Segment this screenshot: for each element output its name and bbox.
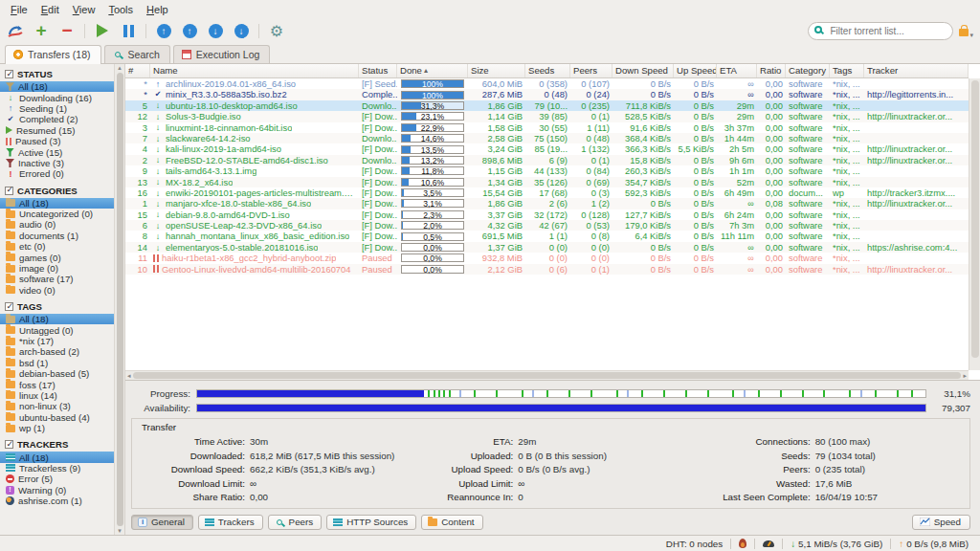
bottom-tab-trackers[interactable]: Trackers [198, 515, 263, 530]
sidebar-item-all-18[interactable]: All (18) [0, 452, 114, 462]
scroll-up-icon[interactable]: ▴ [118, 64, 122, 72]
table-row[interactable]: 10Gentoo-Linux-livedvd-amd64-multilib-20… [125, 264, 969, 275]
column-header-name[interactable]: Name [150, 64, 359, 77]
delete-torrent-button[interactable] [58, 22, 76, 39]
sidebar-item-ubuntu-based-4[interactable]: ubuntu-based (4) [0, 412, 114, 423]
checkbox-icon[interactable] [5, 440, 13, 449]
sidebar-scrollbar[interactable]: ▴ ▾ [114, 64, 124, 535]
sidebar-item-warning-0[interactable]: Warning (0) [0, 485, 114, 496]
table-row[interactable]: 8hannah_montana_linux_x86_basic_edition.… [125, 231, 969, 241]
sidebar-item-uncategorized-0[interactable]: Uncategorized (0) [0, 209, 114, 219]
sidebar-item-nix-17[interactable]: *nix (17) [0, 336, 114, 346]
table-row[interactable]: *archlinux-2019.04.01-x86_64.iso[F] Seed… [125, 78, 969, 89]
bottom-tab-content[interactable]: Content [421, 515, 482, 530]
queue-down-button[interactable] [207, 22, 224, 39]
sidebar-item-video-0[interactable]: video (0) [0, 285, 114, 296]
tab-search[interactable]: Search [104, 45, 170, 63]
scroll-down-icon[interactable]: ▾ [118, 527, 122, 535]
sidebar-item-trackerless-9[interactable]: Trackerless (9) [0, 463, 114, 474]
resume-button[interactable] [94, 22, 111, 39]
table-row[interactable]: 7slackware64-14.2-isoDownlo...14,6%2,58 … [125, 133, 969, 143]
sidebar-section-categories[interactable]: CATEGORIES [0, 184, 114, 198]
checkbox-icon[interactable] [5, 70, 13, 78]
sidebar-item-software-17[interactable]: software (17) [0, 274, 114, 284]
table-row[interactable]: 6openSUSE-Leap-42.3-DVD-x86_64.iso[F] Do… [125, 220, 969, 231]
scrollbar-thumb[interactable] [971, 80, 979, 358]
sidebar-item-seeding-1[interactable]: Seeding (1) [0, 103, 114, 114]
sidebar-item-all-18[interactable]: All (18) [0, 81, 114, 92]
column-header-ratio[interactable]: Ratio [757, 64, 786, 77]
sidebar-item-bsd-1[interactable]: bsd (1) [0, 358, 114, 368]
sidebar-item-all-18[interactable]: All (18) [0, 314, 114, 324]
checkbox-icon[interactable] [5, 187, 13, 195]
bottom-tab-peers[interactable]: Peers [268, 515, 323, 530]
sidebar-item-errored-0[interactable]: Errored (0) [0, 168, 114, 179]
column-header-peers[interactable]: Peers [570, 64, 612, 77]
sidebar-item-debian-based-5[interactable]: debian-based (5) [0, 368, 114, 379]
table-row[interactable]: 3linuxmint-18-cinnamon-64bit.iso[F] Dow.… [125, 122, 969, 133]
menu-view[interactable]: View [66, 3, 102, 16]
column-header-done[interactable]: Done▴ [397, 64, 468, 77]
sidebar-item-active-15[interactable]: Active (15) [0, 146, 114, 157]
horizontal-scrollbar[interactable]: ◂ ▸ [125, 370, 969, 380]
queue-top-button[interactable] [155, 22, 172, 39]
upload-speed-status[interactable]: 0 B/s (9,8 MiB) [899, 539, 969, 549]
column-header-tags[interactable]: Tags [830, 64, 864, 77]
tab-transfers-18[interactable]: Transfers (18) [5, 45, 101, 64]
table-row[interactable]: 2FreeBSD-12.0-STABLE-amd64-disc1.isoDown… [125, 155, 969, 165]
sidebar-item-games-0[interactable]: games (0) [0, 252, 114, 262]
sidebar-item-error-5[interactable]: Error (5) [0, 474, 114, 484]
sidebar-item-all-18[interactable]: All (18) [0, 198, 114, 209]
column-header-down-speed[interactable]: Down Speed [612, 64, 674, 77]
menu-tools[interactable]: Tools [101, 3, 140, 16]
column-header-tracker[interactable]: Tracker [864, 64, 969, 77]
sidebar-item-foss-17[interactable]: foss (17) [0, 379, 114, 389]
table-row[interactable]: 12Solus-3-Budgie.iso[F] Dow...23,1%1,14 … [125, 111, 969, 121]
sidebar-item-ashrise-com-1[interactable]: ashrise.com (1) [0, 496, 114, 506]
sidebar-item-documents-1[interactable]: documents (1) [0, 231, 114, 241]
connection-status-icon[interactable] [739, 539, 746, 548]
sidebar-item-linux-14[interactable]: linux (14) [0, 390, 114, 401]
table-row[interactable]: 13MX-18.2_x64.iso[F] Dow...10,6%1,34 GiB… [125, 177, 969, 187]
column-header-eta[interactable]: ETA [717, 64, 757, 77]
sidebar-section-tags[interactable]: TAGS [0, 299, 114, 314]
table-row[interactable]: 5ubuntu-18.10-desktop-amd64.isoDownlo...… [125, 100, 969, 111]
sidebar-item-untagged-0[interactable]: Untagged (0) [0, 324, 114, 335]
column-header-seeds[interactable]: Seeds [525, 64, 570, 77]
sidebar-item-downloading-16[interactable]: Downloading (16) [0, 92, 114, 102]
column-header-up-speed[interactable]: Up Speed [674, 64, 717, 77]
column-header-category[interactable]: Category [786, 64, 830, 77]
sidebar-section-status[interactable]: STATUS [0, 67, 114, 81]
checkbox-icon[interactable] [5, 302, 13, 311]
table-row[interactable]: 11haiku-r1beta1-x86_gcc2_hybrid-anyboot.… [125, 253, 969, 263]
bottom-tab-http-sources[interactable]: HTTP Sources [326, 515, 416, 530]
sidebar-item-completed-2[interactable]: Completed (2) [0, 114, 114, 124]
add-torrent-file-button[interactable] [33, 22, 50, 39]
sidebar-item-image-0[interactable]: image (0) [0, 263, 114, 274]
vertical-scrollbar[interactable] [969, 78, 980, 370]
table-row[interactable]: 4kali-linux-2019-1a-amd64-iso[F] Dow...1… [125, 143, 969, 154]
add-torrent-link-button[interactable] [7, 22, 24, 39]
sidebar-item-etc-0[interactable]: etc (0) [0, 241, 114, 252]
column-header-status[interactable]: Status [359, 64, 397, 77]
sidebar-item-audio-0[interactable]: audio (0) [0, 219, 114, 230]
sidebar-item-wp-1[interactable]: wp (1) [0, 423, 114, 433]
table-row[interactable]: 14elementaryos-5.0-stable.20181016.iso[F… [125, 242, 969, 253]
sidebar-item-non-linux-3[interactable]: non-linux (3) [0, 401, 114, 411]
tab-execution-log[interactable]: Execution Log [173, 45, 271, 63]
scroll-left-icon[interactable]: ◂ [127, 372, 131, 380]
sidebar-item-arch-based-2[interactable]: arch-based (2) [0, 346, 114, 357]
table-row[interactable]: *minix_R3.3.0-588a35b.iso.bz2Comple...10… [125, 89, 969, 99]
scrollbar-thumb[interactable] [117, 73, 123, 526]
filter-torrent-input[interactable] [808, 22, 953, 40]
sidebar-item-paused-3[interactable]: Paused (3) [0, 136, 114, 146]
menu-help[interactable]: Help [140, 3, 175, 16]
scrollbar-thumb[interactable] [133, 372, 962, 379]
sidebar-item-inactive-3[interactable]: Inactive (3) [0, 158, 114, 168]
filter-lock-button[interactable]: ▾ [959, 23, 973, 39]
alt-speed-limits-icon[interactable] [763, 540, 774, 547]
column-header-size[interactable]: Size [468, 64, 525, 77]
bottom-tab-general[interactable]: General [131, 515, 193, 530]
queue-up-button[interactable] [181, 22, 198, 39]
speed-button[interactable]: Speed [912, 515, 970, 530]
